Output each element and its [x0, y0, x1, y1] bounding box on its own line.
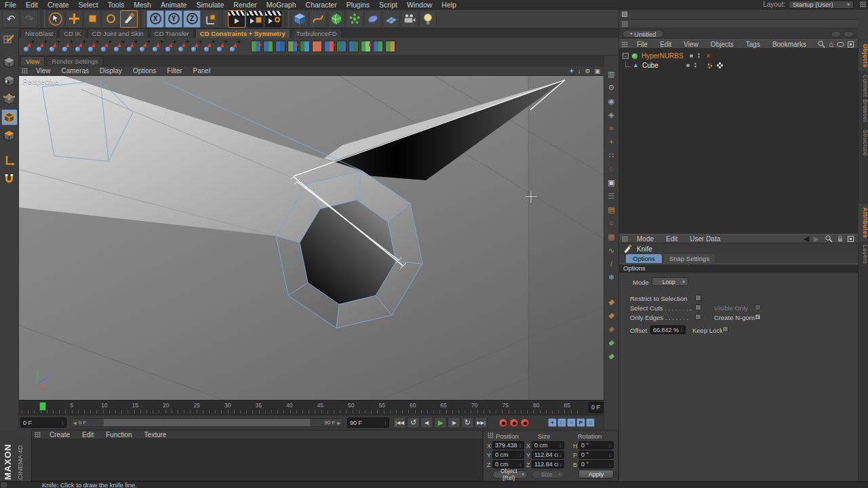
timeline-playhead[interactable]: [39, 402, 46, 411]
next-frame-button[interactable]: |▶: [448, 417, 460, 428]
side-palette-icon-5[interactable]: ≈: [606, 122, 618, 134]
constraint-plugin-icon-3[interactable]: +: [48, 40, 60, 54]
side-tab-objects[interactable]: Objects: [859, 41, 868, 71]
texture-tag-icon[interactable]: [716, 62, 724, 69]
viewport-menu-filter[interactable]: Filter: [161, 67, 187, 75]
material-menu-texture[interactable]: Texture: [138, 431, 173, 439]
constraint-plugin-icon-5[interactable]: +: [74, 40, 86, 54]
mode-dropdown[interactable]: Loop ▾: [652, 277, 688, 286]
restrict-to-selection-checkbox[interactable]: [695, 295, 701, 301]
menu-animate[interactable]: Animate: [156, 0, 192, 9]
texture-mode-button[interactable]: [1, 73, 18, 89]
axis-mode-button[interactable]: [1, 152, 18, 169]
redo-button[interactable]: ↷: [20, 10, 38, 28]
editor-visibility-dot[interactable]: [690, 54, 693, 58]
keyframe-selection-button[interactable]: [520, 418, 530, 428]
spinner-icon[interactable]: ↕: [519, 453, 522, 458]
rotation-p-field[interactable]: 0 °↕: [578, 451, 614, 459]
menu-create[interactable]: Create: [43, 0, 74, 9]
edges-mode-button[interactable]: [1, 109, 18, 125]
size-y-field[interactable]: 112.84 cm↕: [532, 451, 564, 459]
rotation-h-field[interactable]: 0 °↕: [578, 441, 614, 449]
side-palette-bottom-icon-3[interactable]: ◆: [604, 323, 619, 335]
tab-cd-ik[interactable]: CD IK: [59, 28, 85, 38]
side-palette-icon-15[interactable]: /: [606, 258, 618, 270]
frame-icon[interactable]: [848, 41, 854, 47]
spinner-icon[interactable]: ↕: [609, 453, 612, 458]
light-object-button[interactable]: [419, 10, 437, 28]
editor-visibility-dot[interactable]: [686, 64, 690, 67]
expand-toggle-icon[interactable]: -: [623, 53, 629, 59]
viewport-canvas[interactable]: [19, 76, 604, 400]
menu-window[interactable]: Window: [402, 0, 437, 9]
camera-object-button[interactable]: [401, 10, 418, 28]
side-palette-icon-16[interactable]: ❄: [606, 271, 618, 283]
render-visibility-dots[interactable]: [698, 53, 700, 59]
record-pla-toggle[interactable]: ::: [586, 418, 595, 427]
om-menu-edit[interactable]: Edit: [654, 41, 677, 48]
record-scale-toggle[interactable]: □: [557, 418, 566, 427]
material-menu-handle[interactable]: [35, 432, 41, 438]
record-keyframe-button[interactable]: [498, 418, 508, 428]
render-to-picture-viewer-button[interactable]: [246, 10, 264, 28]
menu-tools[interactable]: Tools: [103, 0, 130, 9]
side-tab-attributes[interactable]: Attributes: [859, 204, 868, 241]
object-label[interactable]: Cube: [642, 62, 658, 69]
layout-dropdown[interactable]: Startup (User) ▾: [789, 1, 854, 9]
menu-file[interactable]: File: [0, 0, 21, 9]
side-palette-bottom-icon-4[interactable]: ◆: [604, 336, 619, 348]
layout-grid-icon[interactable]: [860, 1, 866, 7]
spline-pen-button[interactable]: [309, 10, 327, 28]
symmetry-plugin-icon-9[interactable]: [349, 41, 359, 52]
add-cube-button[interactable]: [291, 10, 309, 28]
om-menu-view[interactable]: View: [677, 41, 705, 48]
viewport-menu-panel[interactable]: Panel: [188, 67, 216, 75]
side-palette-bottom-icon-2[interactable]: ◆: [604, 309, 619, 321]
previous-key-button[interactable]: ↺: [407, 417, 420, 428]
metaball-button[interactable]: [364, 10, 382, 28]
live-selection-button[interactable]: [47, 10, 64, 28]
spinner-icon[interactable]: ↕: [559, 453, 562, 458]
spinner-icon[interactable]: ↕: [559, 443, 562, 448]
menu-simulate[interactable]: Simulate: [191, 0, 229, 9]
coordinate-system-button[interactable]: [201, 10, 219, 28]
render-settings-button[interactable]: [264, 10, 282, 28]
side-palette-bottom-icon-1[interactable]: ◆: [604, 296, 619, 308]
symmetry-plugin-icon-3[interactable]: [275, 41, 285, 52]
history-back-icon[interactable]: ◀: [804, 235, 809, 243]
current-frame-field[interactable]: 0 F ↕: [20, 418, 66, 428]
menu-mesh[interactable]: Mesh: [129, 0, 156, 9]
side-palette-icon-6[interactable]: +: [606, 136, 618, 148]
side-palette-icon-1[interactable]: ▥: [606, 68, 618, 80]
autokey-button[interactable]: [509, 418, 519, 428]
tab-render-settings[interactable]: Render Settings: [46, 56, 103, 66]
menu-render[interactable]: Render: [229, 0, 261, 9]
position-x-field[interactable]: 379.438 cm↕: [492, 441, 524, 449]
viewport-menu-cameras[interactable]: Cameras: [56, 67, 95, 75]
frame-icon[interactable]: [848, 236, 854, 242]
side-palette-icon-11[interactable]: ▤: [606, 203, 618, 216]
document-prev-button[interactable]: [831, 31, 841, 37]
axis-y-lock-button[interactable]: Y: [165, 10, 182, 28]
om-menu-file[interactable]: File: [631, 41, 654, 48]
viewport-menu-display[interactable]: Display: [94, 67, 127, 75]
attribute-manager-handle[interactable]: [622, 236, 628, 242]
create-ngons-checkbox[interactable]: ✓: [755, 314, 761, 320]
side-palette-bottom-icon-5[interactable]: ◆: [604, 350, 619, 362]
spinner-icon[interactable]: ↕: [519, 462, 522, 467]
viewport-menu-view[interactable]: View: [31, 67, 56, 75]
timeline-ruler[interactable]: 051015202530354045505560657075808590 0 F…: [19, 400, 618, 415]
range-end-grip[interactable]: 90 F ▶: [310, 419, 342, 426]
hypernurbs-object-icon[interactable]: [631, 53, 638, 60]
symmetry-plugin-icon-7[interactable]: [324, 41, 334, 52]
polygons-mode-button[interactable]: [1, 127, 18, 144]
symmetry-plugin-icon-10[interactable]: [361, 41, 371, 52]
play-button[interactable]: ▶: [434, 417, 447, 428]
options-section-header[interactable]: Options: [619, 264, 858, 272]
constraint-plugin-icon-17[interactable]: +: [229, 40, 241, 54]
side-palette-icon-9[interactable]: ▣: [606, 176, 618, 188]
viewport-rotate-icon[interactable]: ⚙: [585, 68, 590, 75]
next-key-button[interactable]: ↻: [461, 417, 474, 428]
constraint-plugin-icon-8[interactable]: +: [113, 40, 125, 54]
side-tab-layers[interactable]: Layers: [859, 241, 868, 268]
